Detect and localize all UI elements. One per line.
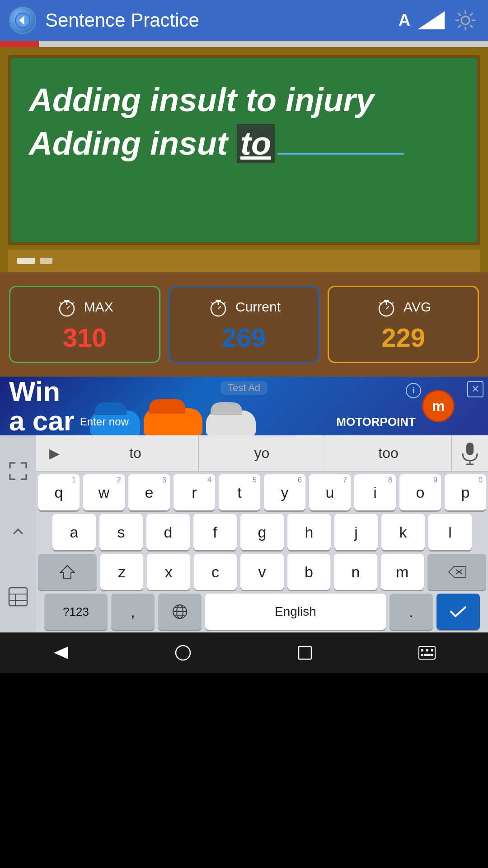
key-a[interactable]: a	[52, 514, 96, 550]
key-q[interactable]: 1q	[38, 474, 80, 510]
key-c[interactable]: c	[194, 554, 237, 590]
key-globe[interactable]	[158, 594, 202, 630]
key-o[interactable]: 9o	[399, 474, 441, 510]
left-side-controls	[0, 435, 36, 632]
key-h[interactable]: h	[287, 514, 331, 550]
key-e[interactable]: 3e	[128, 474, 170, 510]
key-d[interactable]: d	[146, 514, 190, 550]
stat-current-label: Current	[235, 299, 281, 315]
top-bar: Sentence Practice A	[0, 0, 488, 41]
ad-info-button[interactable]: i	[406, 383, 421, 398]
page-title: Sentence Practice	[45, 9, 389, 31]
chalk-piece	[17, 258, 35, 264]
svg-rect-46	[426, 649, 428, 651]
svg-line-9	[470, 13, 473, 16]
stat-avg-value: 229	[381, 322, 425, 353]
key-row-bottom: ?123 , English .	[38, 594, 486, 630]
svg-rect-49	[424, 654, 431, 656]
font-size-indicator: A	[399, 11, 410, 30]
key-y[interactable]: 6y	[264, 474, 305, 510]
ad-test-label: Test Ad	[221, 381, 267, 395]
key-u[interactable]: 7u	[309, 474, 351, 510]
ad-enter-now: Enter now	[80, 415, 129, 435]
key-l[interactable]: l	[428, 514, 472, 550]
key-j[interactable]: j	[334, 514, 378, 550]
key-b[interactable]: b	[287, 554, 330, 590]
svg-rect-45	[421, 649, 423, 651]
nav-bar	[0, 632, 488, 673]
progress-bar-container	[0, 41, 488, 47]
suggestion-item-yo[interactable]: yo	[199, 435, 325, 471]
stat-max-label: MAX	[84, 299, 113, 315]
svg-rect-50	[431, 654, 433, 656]
key-numbers[interactable]: ?123	[44, 594, 108, 630]
signal-icon	[418, 11, 445, 29]
key-p[interactable]: 0p	[445, 474, 486, 510]
stat-current-value: 269	[222, 322, 266, 353]
key-space[interactable]: English	[205, 594, 386, 630]
suggestion-item-too[interactable]: too	[325, 435, 452, 471]
back-button[interactable]	[9, 7, 36, 34]
progress-bar-fill	[0, 41, 39, 47]
key-g[interactable]: g	[240, 514, 284, 550]
key-n[interactable]: n	[334, 554, 377, 590]
key-t[interactable]: 5t	[219, 474, 260, 510]
nav-recents-button[interactable]	[291, 639, 319, 666]
key-done[interactable]	[436, 594, 480, 630]
cursor-line	[277, 153, 404, 155]
key-z[interactable]: z	[100, 554, 143, 590]
svg-point-2	[461, 16, 469, 24]
suggestion-item-to[interactable]: to	[72, 435, 199, 471]
nav-home-button[interactable]	[169, 639, 197, 666]
key-k[interactable]: k	[381, 514, 425, 550]
mic-button[interactable]	[452, 435, 488, 472]
key-r[interactable]: 4r	[174, 474, 215, 510]
chalkboard-ledge	[8, 250, 480, 272]
key-shift[interactable]	[38, 554, 97, 590]
keyboard-main: ▶ to yo too 1	[36, 435, 488, 632]
svg-rect-29	[9, 588, 27, 606]
key-row-1: 1q 2w 3e 4r 5t 6y 7u 8i 9o 0p	[38, 474, 486, 510]
key-row-2: a s d f g h j k l	[38, 514, 486, 550]
key-delete[interactable]	[427, 554, 486, 590]
nav-keyboard-button[interactable]	[413, 639, 441, 666]
chalkboard-wrapper: Adding insult to injury Adding insut to	[0, 47, 488, 272]
key-row-3: z x c v b n m	[38, 554, 486, 590]
ad-banner[interactable]: Test Ad Win a car Enter now MOTORPOINT m…	[0, 377, 488, 435]
key-i[interactable]: 8i	[354, 474, 396, 510]
stat-box-current: Current 269	[169, 286, 320, 363]
nav-back-button[interactable]	[47, 639, 75, 666]
stopwatch-icon-max	[56, 296, 78, 318]
top-bar-right: A	[399, 7, 479, 34]
key-period[interactable]: .	[389, 594, 433, 630]
ad-win-text: Win a car	[9, 377, 75, 435]
key-f[interactable]: f	[193, 514, 237, 550]
key-x[interactable]: x	[147, 554, 190, 590]
svg-rect-44	[419, 646, 435, 659]
ad-close-button[interactable]: ✕	[467, 381, 483, 397]
stopwatch-icon-current	[207, 296, 229, 318]
key-m[interactable]: m	[381, 554, 424, 590]
key-s[interactable]: s	[99, 514, 143, 550]
stats-bar: MAX 310 Current 269	[0, 272, 488, 377]
chalkboard: Adding insult to injury Adding insut to	[8, 55, 480, 245]
svg-rect-48	[421, 654, 423, 656]
svg-rect-26	[384, 300, 389, 302]
stopwatch-icon-avg	[375, 296, 397, 318]
stat-avg-label: AVG	[404, 299, 431, 315]
key-w[interactable]: 2w	[83, 474, 125, 510]
suggestions-expand-button[interactable]: ▶	[36, 435, 72, 472]
key-v[interactable]: v	[240, 554, 283, 590]
stat-max-value: 310	[63, 322, 107, 353]
expand-keyboard-button[interactable]	[5, 458, 32, 485]
collapse-button[interactable]	[5, 520, 32, 547]
ad-logo: m	[422, 390, 455, 422]
suggestions-row: ▶ to yo too	[36, 435, 488, 472]
key-comma[interactable]: ,	[111, 594, 155, 630]
settings-button[interactable]	[452, 7, 479, 34]
partial-text-before: Adding insut	[29, 124, 237, 163]
svg-line-19	[218, 306, 221, 309]
partial-highlighted-word: to	[237, 124, 275, 163]
keyboard-edit-button[interactable]	[5, 583, 32, 610]
keyboard-wrapper: ▶ to yo too 1	[0, 435, 488, 632]
